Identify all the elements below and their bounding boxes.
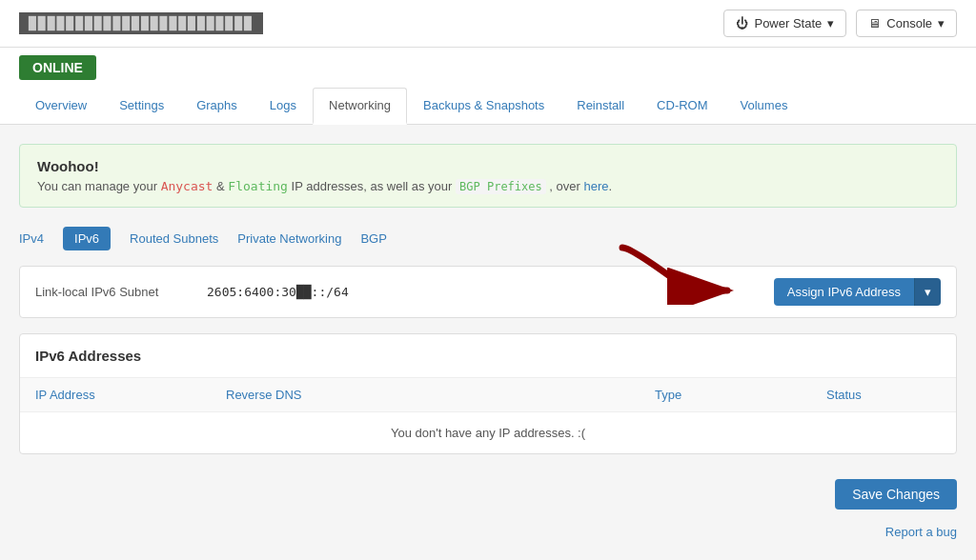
link-local-card: Link-local IPv6 Subnet 2605:6400:30██::/…	[19, 266, 957, 318]
chevron-down-icon: ▾	[938, 16, 945, 30]
tab-settings[interactable]: Settings	[103, 88, 180, 125]
sub-tabs: IPv4 IPv6 Routed Subnets Private Network…	[19, 227, 957, 250]
status-bar: ONLINE	[0, 48, 976, 88]
tab-reinstall[interactable]: Reinstall	[560, 88, 640, 125]
here-link[interactable]: here	[583, 179, 608, 193]
link-local-row: Link-local IPv6 Subnet 2605:6400:30██::/…	[20, 267, 956, 317]
footer-actions: Save Changes	[19, 470, 957, 519]
chevron-down-icon: ▾	[925, 285, 931, 299]
ipv6-addresses-card: IPv6 Addresses IP Address Reverse DNS Ty…	[19, 333, 957, 454]
chevron-down-icon: ▾	[827, 16, 834, 30]
tab-overview[interactable]: Overview	[19, 88, 103, 125]
save-changes-button[interactable]: Save Changes	[835, 479, 957, 510]
empty-message: You don't have any IP addresses. :(	[20, 412, 956, 453]
col-header-dns: Reverse DNS	[226, 388, 655, 402]
tab-backups[interactable]: Backups & Snapshots	[407, 88, 560, 125]
link-local-label: Link-local IPv6 Subnet	[35, 285, 207, 299]
floating-text: Floating	[228, 179, 288, 193]
power-state-button[interactable]: ⏻ Power State ▾	[723, 10, 846, 37]
report-bug-link[interactable]: Report a bug	[885, 525, 957, 539]
table-header: IP Address Reverse DNS Type Status	[20, 378, 956, 412]
notice-title: Woohoo!	[37, 158, 939, 174]
status-badge: ONLINE	[19, 55, 96, 80]
subtab-private-networking[interactable]: Private Networking	[237, 228, 341, 250]
tab-graphs[interactable]: Graphs	[180, 88, 254, 125]
col-header-status: Status	[826, 388, 941, 402]
col-header-type: Type	[655, 388, 826, 402]
subtab-routed-subnets[interactable]: Routed Subnets	[130, 228, 218, 250]
assign-button-group: Assign IPv6 Address ▾	[774, 278, 941, 306]
console-button[interactable]: 🖥 Console ▾	[856, 10, 957, 37]
link-local-value: 2605:6400:30██::/64	[207, 285, 774, 299]
main-content: Woohoo! You can manage your Anycast & Fl…	[0, 125, 976, 560]
bgp-text: BGP Prefixes	[456, 179, 546, 194]
notice-text: You can manage your Anycast & Floating I…	[37, 179, 939, 193]
subtab-ipv6[interactable]: IPv6	[63, 227, 111, 250]
tabs-bar: Overview Settings Graphs Logs Networking…	[0, 88, 976, 125]
col-header-ip: IP Address	[35, 388, 226, 402]
tab-logs[interactable]: Logs	[254, 88, 313, 125]
subtab-bgp[interactable]: BGP	[360, 228, 386, 250]
assign-ipv6-dropdown-button[interactable]: ▾	[914, 278, 941, 306]
anycast-text: Anycast	[161, 179, 214, 193]
console-icon: 🖥	[868, 16, 881, 30]
server-name: ████████████████████████	[19, 12, 263, 34]
tab-cdrom[interactable]: CD-ROM	[640, 88, 723, 125]
notice-box: Woohoo! You can manage your Anycast & Fl…	[19, 144, 957, 208]
top-bar-right: ⏻ Power State ▾ 🖥 Console ▾	[723, 10, 957, 37]
power-icon: ⏻	[736, 16, 748, 30]
subtab-ipv4[interactable]: IPv4	[19, 228, 44, 250]
report-bug-section: Report a bug	[19, 519, 957, 545]
tab-networking[interactable]: Networking	[313, 88, 407, 125]
top-bar: ████████████████████████ ⏻ Power State ▾…	[0, 0, 976, 48]
section-title: IPv6 Addresses	[20, 334, 956, 378]
assign-ipv6-button[interactable]: Assign IPv6 Address	[774, 278, 914, 306]
tab-volumes[interactable]: Volumes	[724, 88, 804, 125]
